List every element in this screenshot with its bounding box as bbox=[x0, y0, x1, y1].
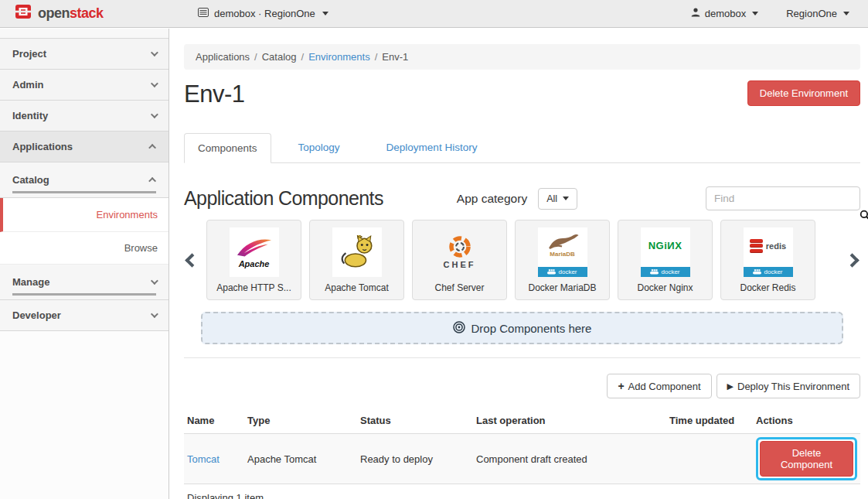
tab-bar: Components Topology Deployment History bbox=[184, 133, 860, 163]
nginx-logo-icon: NGiИX docker bbox=[641, 227, 690, 277]
sidebar-top-strip bbox=[0, 29, 168, 39]
user-menu[interactable]: demobox bbox=[691, 8, 758, 19]
sidebar-item-project[interactable]: Project bbox=[0, 39, 168, 70]
tab-deployment-history[interactable]: Deployment History bbox=[373, 133, 491, 163]
redis-logo-icon: redis docker bbox=[744, 227, 793, 277]
drop-components-zone[interactable]: Drop Components here bbox=[201, 312, 843, 344]
breadcrumb-item: Applications bbox=[196, 51, 250, 63]
component-card-apache-tomcat[interactable]: Apache Tomcat bbox=[309, 220, 404, 300]
component-card-label: Docker Redis bbox=[740, 282, 795, 293]
chef-logo-icon: CHEF bbox=[435, 227, 485, 277]
find-input[interactable] bbox=[706, 186, 860, 210]
docker-whale-icon bbox=[753, 268, 761, 276]
project-region-switcher[interactable]: demobox · RegionOne bbox=[198, 8, 328, 19]
play-icon: ▶ bbox=[727, 381, 734, 391]
components-carousel: Apache Apache HTTP S... bbox=[184, 220, 860, 300]
column-header-time-updated: Time updated bbox=[666, 408, 753, 434]
sidebar-item-manage[interactable]: Manage bbox=[0, 265, 168, 300]
column-header-actions: Actions bbox=[753, 408, 860, 434]
section-divider bbox=[184, 357, 860, 358]
drop-zone-label: Drop Components here bbox=[471, 322, 592, 335]
component-name-link[interactable]: Tomcat bbox=[187, 453, 220, 465]
component-card-label: Apache HTTP S... bbox=[216, 282, 291, 293]
delete-environment-button[interactable]: Delete Environment bbox=[747, 80, 860, 106]
component-card-docker-redis[interactable]: redis docker Docker Redis bbox=[720, 220, 815, 300]
user-menu-label: demobox bbox=[705, 8, 746, 19]
carousel-prev-icon[interactable] bbox=[185, 253, 199, 267]
sidebar-item-admin[interactable]: Admin bbox=[0, 70, 168, 101]
chevron-up-icon bbox=[148, 177, 156, 185]
chevron-down-icon bbox=[151, 277, 158, 285]
column-header-last-operation: Last operation bbox=[473, 408, 666, 434]
chevron-down-icon bbox=[151, 111, 158, 118]
component-card-docker-nginx[interactable]: NGiИX docker Docker Nginx bbox=[618, 220, 713, 300]
sidebar-item-catalog[interactable]: Catalog bbox=[0, 162, 168, 198]
component-time-updated-cell bbox=[666, 434, 753, 484]
docker-whale-icon bbox=[650, 268, 659, 276]
search-icon[interactable] bbox=[859, 210, 868, 224]
column-header-type: Type bbox=[244, 408, 357, 434]
component-card-label: Apache Tomcat bbox=[325, 282, 389, 293]
component-card-label: Docker Nginx bbox=[637, 282, 693, 293]
plus-icon: + bbox=[618, 380, 624, 392]
sidebar-item-identity[interactable]: Identity bbox=[0, 101, 168, 132]
component-status-cell: Ready to deploy bbox=[357, 434, 473, 484]
chevron-up-icon bbox=[148, 144, 156, 152]
breadcrumb-separator: / bbox=[301, 51, 305, 63]
breadcrumb-link-environments[interactable]: Environments bbox=[308, 51, 369, 63]
sidebar-item-applications[interactable]: Applications bbox=[0, 132, 168, 162]
project-region-label: demobox · RegionOne bbox=[214, 8, 315, 19]
bullseye-icon bbox=[453, 321, 465, 336]
docker-strip: docker bbox=[538, 267, 587, 277]
delete-component-button[interactable]: Delete Component bbox=[760, 441, 853, 477]
tomcat-logo-icon bbox=[332, 227, 382, 277]
breadcrumb-item-current: Env-1 bbox=[382, 51, 408, 63]
carousel-next-icon[interactable] bbox=[845, 253, 859, 267]
chevron-down-icon bbox=[151, 80, 158, 87]
openstack-logo-icon bbox=[14, 4, 32, 23]
column-header-name: Name bbox=[184, 408, 244, 434]
breadcrumb-separator: / bbox=[254, 51, 257, 63]
docker-strip: docker bbox=[744, 267, 793, 277]
sidebar-item-environments[interactable]: Environments bbox=[0, 198, 168, 232]
caret-down-icon bbox=[843, 12, 849, 15]
app-category-dropdown[interactable]: All bbox=[538, 188, 577, 210]
caret-down-icon bbox=[563, 197, 569, 200]
breadcrumb-separator: / bbox=[375, 51, 378, 63]
chevron-down-icon bbox=[151, 49, 158, 56]
sidebar: Project Admin Identity Applications Cata… bbox=[0, 29, 169, 499]
docker-strip: docker bbox=[641, 267, 690, 277]
user-icon bbox=[691, 8, 700, 19]
table-row: Tomcat Apache Tomcat Ready to deploy Com… bbox=[184, 434, 860, 484]
column-header-status: Status bbox=[357, 408, 473, 434]
project-list-icon bbox=[198, 8, 209, 19]
app-category-label: App category bbox=[457, 192, 527, 206]
sidebar-item-browse[interactable]: Browse bbox=[0, 232, 168, 265]
component-last-operation-cell: Component draft created bbox=[473, 434, 666, 484]
component-card-apache-httpd[interactable]: Apache Apache HTTP S... bbox=[206, 220, 301, 300]
chevron-down-icon bbox=[151, 310, 158, 318]
component-card-chef-server[interactable]: CHEF Chef Server bbox=[412, 220, 507, 300]
apache-httpd-logo-icon: Apache bbox=[230, 227, 279, 277]
docker-whale-icon bbox=[547, 268, 556, 276]
table-footer: Displaying 1 item bbox=[184, 484, 860, 499]
tab-topology[interactable]: Topology bbox=[285, 133, 353, 163]
breadcrumb: Applications/Catalog/Environments/Env-1 bbox=[184, 44, 860, 70]
components-table: Name Type Status Last operation Time upd… bbox=[184, 408, 860, 484]
caret-down-icon bbox=[752, 12, 758, 15]
add-component-button[interactable]: + Add Component bbox=[607, 374, 711, 398]
openstack-logo[interactable]: openstack bbox=[14, 4, 176, 23]
caret-down-icon bbox=[322, 12, 328, 15]
component-card-label: Docker MariaDB bbox=[528, 282, 596, 293]
openstack-logo-text: openstack bbox=[38, 5, 104, 22]
mariadb-logo-icon: MariaDB docker bbox=[538, 227, 587, 277]
component-card-label: Chef Server bbox=[434, 282, 484, 293]
sidebar-item-developer[interactable]: Developer bbox=[0, 300, 168, 331]
tab-components[interactable]: Components bbox=[184, 133, 271, 163]
component-card-docker-mariadb[interactable]: MariaDB docker Docker MariaDB bbox=[515, 220, 610, 300]
deploy-environment-button[interactable]: ▶ Deploy This Environment bbox=[717, 374, 860, 398]
panel-title: Application Components bbox=[184, 187, 383, 210]
breadcrumb-item: Catalog bbox=[262, 51, 297, 63]
region-menu[interactable]: RegionOne bbox=[786, 8, 849, 19]
component-type-cell: Apache Tomcat bbox=[244, 434, 357, 484]
